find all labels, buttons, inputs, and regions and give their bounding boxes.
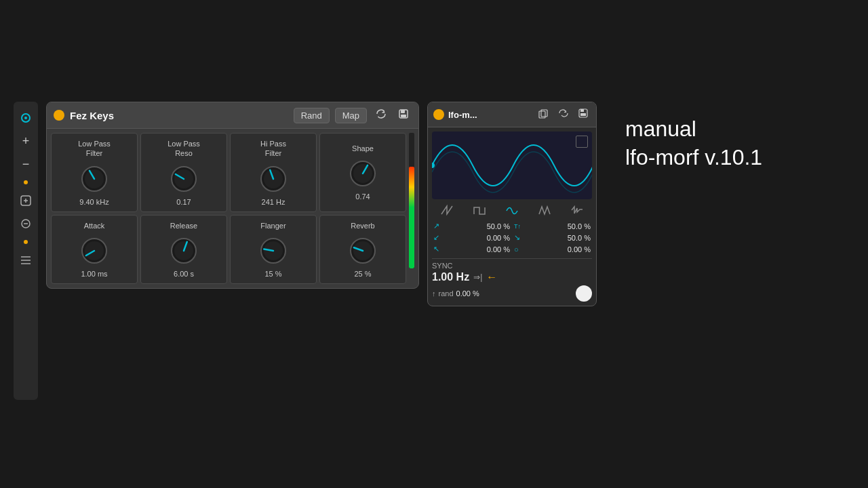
- knob-label-7: Reverb: [351, 221, 374, 230]
- svg-rect-12: [401, 115, 406, 117]
- fez-keys-title: Fez Keys: [70, 110, 288, 121]
- lfo-waveform: [432, 131, 592, 199]
- param-value-1[interactable]: 50.0 %: [525, 222, 591, 230]
- sidebar: + −: [14, 102, 38, 400]
- knob-label-3: Shape: [352, 144, 374, 153]
- waveform-icon[interactable]: [576, 136, 588, 148]
- knob-value-7: 25 %: [354, 270, 371, 278]
- knob-7[interactable]: [347, 235, 379, 267]
- knob-value-3: 0.74: [355, 192, 370, 201]
- knob-cell-5: Release 6.00 s: [140, 215, 227, 284]
- shape-sine-btn[interactable]: [497, 203, 527, 217]
- knob-1[interactable]: [167, 163, 200, 195]
- rand-button[interactable]: Rand: [294, 108, 330, 123]
- param-icon-1: T↑: [514, 223, 522, 230]
- svg-rect-11: [401, 110, 405, 113]
- sidebar-dot-top: [24, 180, 28, 184]
- sync-frequency[interactable]: 1.00 Hz: [432, 271, 469, 283]
- sync-left-arrow[interactable]: ←: [486, 271, 497, 283]
- headphone-icon[interactable]: [16, 108, 35, 127]
- lfo-copy-button[interactable]: [535, 107, 551, 123]
- knob-value-2: 241 Hz: [262, 198, 285, 206]
- knob-0[interactable]: [78, 163, 111, 195]
- rand-arrow-icon: ↑: [432, 289, 436, 298]
- knob-3[interactable]: [347, 157, 379, 190]
- svg-rect-41: [580, 113, 586, 116]
- lfo-title: lfo-m...: [448, 110, 531, 120]
- map-button[interactable]: Map: [335, 108, 367, 123]
- knob-value-5: 6.00 s: [174, 270, 194, 278]
- knob-value-6: 15 %: [264, 270, 281, 278]
- param-value-5[interactable]: 0.00 %: [525, 245, 591, 253]
- manual-text-block: manual lfo-morf v.10.1: [625, 115, 762, 171]
- fez-keys-window: Fez Keys Rand Map Low: [46, 102, 419, 289]
- param-icon-3: ↘: [514, 233, 522, 242]
- param-value-2[interactable]: 0.00 %: [444, 234, 510, 242]
- lfo-save-button[interactable]: [576, 107, 591, 122]
- rand-row: ↑ rand 0.00 %: [432, 285, 592, 302]
- knob-label-1: Low PassReso: [167, 139, 200, 159]
- knob-value-4: 1.00 ms: [81, 270, 107, 278]
- lfo-window: lfo-m...: [427, 102, 597, 306]
- param-value-3[interactable]: 50.0 %: [525, 234, 591, 242]
- lfo-param-row-4: ↖ 0.00 %: [432, 244, 511, 254]
- lfo-param-row-0: ↗ 50.0 %: [432, 221, 511, 231]
- knob-cell-7: Reverb 25 %: [319, 215, 406, 284]
- knob-cell-1: Low PassReso 0.17: [140, 133, 227, 212]
- lfo-sync: SYNC 1.00 Hz ⇒| ← ↑ rand 0.00 %: [432, 258, 592, 302]
- sync-tap-icon[interactable]: ⇒|: [473, 272, 482, 282]
- knob-value-1: 0.17: [176, 198, 191, 206]
- sidebar-dot-bottom: [24, 240, 28, 244]
- lfo-header: lfo-m...: [428, 102, 596, 127]
- shape-square-btn[interactable]: [465, 203, 494, 217]
- knob-6[interactable]: [257, 235, 290, 267]
- minus-icon[interactable]: −: [16, 155, 35, 174]
- sync-row: 1.00 Hz ⇒| ←: [432, 271, 592, 283]
- knob-label-2: Hi PassFilter: [260, 139, 286, 159]
- knob-4[interactable]: [78, 235, 111, 267]
- lfo-dot: [433, 109, 444, 120]
- knob-label-0: Low PassFilter: [78, 139, 111, 159]
- rand-value[interactable]: 0.00 %: [456, 289, 479, 298]
- knob-label-6: Flanger: [260, 221, 285, 230]
- shape-sawtooth-btn[interactable]: [432, 203, 462, 217]
- param-value-0[interactable]: 50.0 %: [444, 222, 510, 230]
- knob-cell-4: Attack 1.00 ms: [51, 215, 138, 284]
- shape-triangle-btn[interactable]: [530, 203, 559, 217]
- manual-line2: lfo-morf v.10.1: [625, 144, 762, 172]
- lfo-params: ↗ 50.0 % T↑ 50.0 % ↙ 0.00 % ↘ 50.0 % ↖: [432, 221, 592, 254]
- lfo-param-row-2: ↙ 0.00 %: [432, 232, 511, 243]
- shape-sample-btn[interactable]: [562, 203, 592, 217]
- rand-label: rand: [439, 289, 454, 298]
- knob-5[interactable]: [167, 235, 200, 267]
- svg-point-1: [24, 117, 27, 119]
- lfo-cycle-button[interactable]: [555, 106, 572, 123]
- cycle-icon-button[interactable]: [372, 106, 390, 124]
- level-meter: [409, 133, 414, 268]
- param-icon-4: ↖: [433, 245, 441, 253]
- fez-keys-content: Low PassFilter 9.40 kHz Low PassReso: [47, 129, 418, 288]
- list-icon[interactable]: [16, 251, 35, 270]
- param-icon-0: ↗: [433, 222, 441, 230]
- knob-cell-6: Flanger 15 %: [230, 215, 317, 284]
- knob-cell-3: Shape 0.74: [319, 133, 406, 212]
- param-icon-2: ↙: [433, 233, 441, 242]
- minus-line-icon[interactable]: [16, 214, 35, 233]
- param-value-4[interactable]: 0.00 %: [444, 245, 510, 253]
- svg-rect-40: [580, 109, 584, 112]
- lfo-shapes: [432, 203, 592, 217]
- knob-value-0: 9.40 kHz: [79, 198, 108, 206]
- fez-keys-header: Fez Keys Rand Map: [47, 102, 418, 129]
- knob-cell-2: Hi PassFilter 241 Hz: [230, 133, 317, 212]
- knob-label-4: Attack: [84, 221, 105, 230]
- plus-icon[interactable]: +: [16, 131, 35, 150]
- save-icon-button[interactable]: [395, 107, 412, 123]
- lfo-param-row-1: T↑ 50.0 %: [513, 221, 592, 231]
- star-icon[interactable]: [16, 191, 35, 210]
- rand-toggle[interactable]: [576, 285, 592, 302]
- lfo-param-row-3: ↘ 50.0 %: [513, 232, 592, 243]
- knob-2[interactable]: [257, 163, 290, 195]
- lfo-param-row-5: ○ 0.00 %: [513, 244, 592, 254]
- sync-label: SYNC: [432, 262, 592, 270]
- lfo-content: ↗ 50.0 % T↑ 50.0 % ↙ 0.00 % ↘ 50.0 % ↖: [428, 127, 596, 306]
